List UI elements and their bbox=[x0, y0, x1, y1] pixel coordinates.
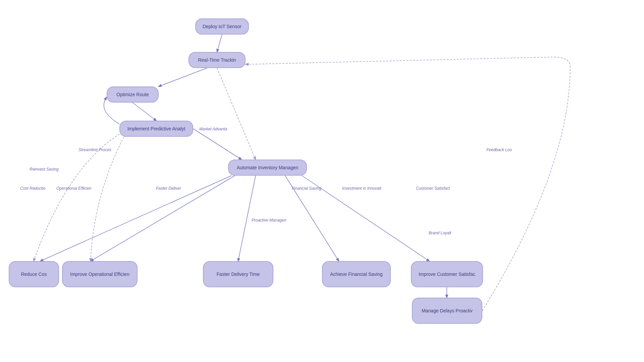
node-manage-delays[interactable]: Manage Delays Proactiv bbox=[412, 298, 482, 324]
node-optimize-route[interactable]: Optimize Route bbox=[107, 86, 159, 103]
node-deploy-iot[interactable]: Deploy IoT Sensor bbox=[195, 18, 249, 35]
node-real-time[interactable]: Real-Time Trackin bbox=[189, 52, 246, 68]
label-streamline: Streamline Proces bbox=[78, 147, 111, 152]
node-automate-inv[interactable]: Automate Inventory Managen bbox=[228, 160, 307, 176]
label-cust-sat: Customer Satisfact bbox=[416, 186, 450, 191]
svg-line-3 bbox=[193, 129, 241, 160]
svg-line-6 bbox=[302, 176, 429, 261]
label-op-eff: Operational Efficien bbox=[56, 186, 92, 191]
connections-svg bbox=[0, 0, 644, 362]
node-improve-cust[interactable]: Improve Customer Satisfac bbox=[411, 261, 483, 287]
label-proactive: Proactive Managen bbox=[252, 218, 286, 223]
svg-line-4 bbox=[238, 176, 256, 261]
svg-line-1 bbox=[159, 68, 207, 86]
svg-line-5 bbox=[285, 176, 339, 261]
diagram-canvas: Deploy IoT Sensor Real-Time Trackin Opti… bbox=[0, 0, 644, 362]
label-fin-sav: Financial Saving bbox=[292, 186, 321, 191]
label-brand-loy: Brand Loyalt bbox=[429, 231, 451, 235]
label-feedback-loop: Feedback Loo bbox=[486, 147, 512, 152]
svg-line-7 bbox=[40, 176, 231, 261]
label-faster-del: Faster Deliver bbox=[156, 186, 181, 191]
label-reinvest: Reinvest Saving bbox=[30, 167, 59, 172]
svg-line-8 bbox=[91, 176, 235, 261]
svg-line-0 bbox=[217, 35, 222, 52]
node-achieve-fin[interactable]: Achieve Financial Saving bbox=[322, 261, 391, 287]
label-market-adv: Market Advanta bbox=[199, 127, 227, 131]
label-invest-innov: Investment in Innovati bbox=[342, 186, 381, 191]
svg-line-2 bbox=[217, 68, 256, 160]
node-reduce-cost[interactable]: Reduce Cos bbox=[9, 261, 59, 287]
label-cost-red: Cost Reductio bbox=[20, 186, 45, 191]
node-impl-predictive[interactable]: Implement Predictive Analyt bbox=[119, 121, 193, 137]
node-faster-del[interactable]: Faster Delivery Time bbox=[203, 261, 273, 287]
node-improve-op[interactable]: Improve Operational Efficien bbox=[62, 261, 138, 287]
